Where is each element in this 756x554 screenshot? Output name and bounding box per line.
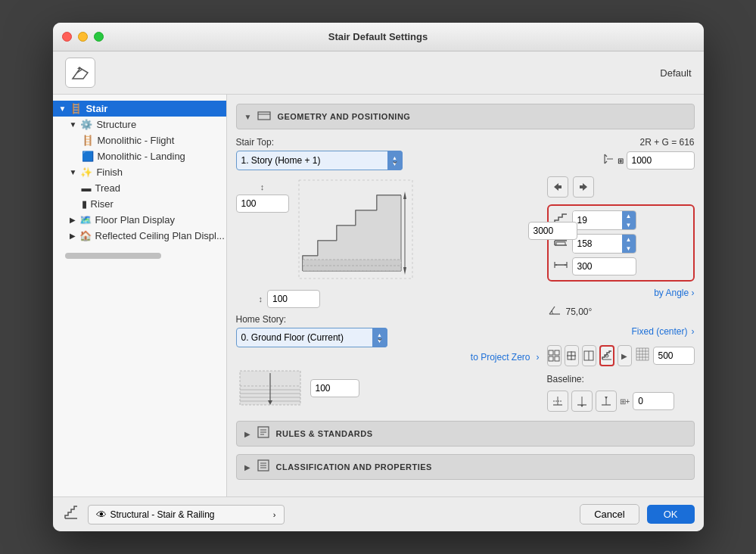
- bottom-height-input[interactable]: [267, 290, 320, 308]
- baseline-icon-1[interactable]: [547, 391, 568, 412]
- riser-icon: ▮: [82, 198, 87, 210]
- floor-plan-icons-row: [236, 367, 540, 409]
- steps-down-arrow[interactable]: ▼: [622, 220, 636, 229]
- home-story-select[interactable]: 0. Ground Floor (Current): [236, 328, 387, 347]
- fixed-center-link[interactable]: Fixed (center): [631, 326, 687, 337]
- arrow-icon: ▶: [70, 216, 76, 224]
- nav-right-icon-btn[interactable]: [573, 176, 594, 198]
- home-story-row: Home Story:: [236, 314, 540, 325]
- stair-section-icon-btn[interactable]: [599, 345, 614, 366]
- baseline-value-input[interactable]: [633, 392, 674, 410]
- floor-plan-value-input[interactable]: [310, 379, 359, 397]
- fixed-center-row: Fixed (center) ›: [547, 326, 695, 337]
- baseline-icon-3[interactable]: [596, 391, 617, 412]
- svg-marker-0: [77, 67, 82, 69]
- default-label: Default: [660, 67, 691, 79]
- stair-bottom-icon: [62, 503, 80, 525]
- to-project-zero-chevron: ›: [537, 352, 540, 363]
- svg-rect-9: [303, 260, 401, 271]
- grid-icon-mesh: [635, 347, 650, 365]
- arrow-right-icon: ▶: [621, 352, 627, 360]
- grid-value-input[interactable]: [653, 347, 695, 365]
- structure-icon: ⚙️: [80, 119, 92, 130]
- structural-chevron: ›: [273, 510, 276, 519]
- geometry-section-header[interactable]: ▼ GEOMETRY AND POSITIONING: [236, 104, 695, 129]
- sidebar-item-label: Stair: [86, 103, 107, 114]
- floor-plan-icon: 🗺️: [79, 214, 92, 226]
- sidebar-item-stair[interactable]: ▼ 🪜 Stair: [53, 101, 226, 117]
- sidebar-item-structure[interactable]: ▼ ⚙️ Structure: [53, 117, 226, 132]
- sidebar-scrollbar[interactable]: [65, 253, 162, 259]
- width-input[interactable]: [572, 257, 636, 275]
- to-project-zero-link[interactable]: to Project Zero: [471, 352, 530, 363]
- by-angle-link[interactable]: by Angle ›: [654, 288, 694, 298]
- ok-button[interactable]: OK: [647, 505, 695, 524]
- stair-preview-container: [295, 176, 540, 285]
- grid-icon-3[interactable]: [582, 345, 596, 366]
- body-split: ▼ 🪜 Stair ▼ ⚙️ Structure 🪜 Monolithic - …: [53, 95, 704, 496]
- home-story-select-wrapper[interactable]: 0. Ground Floor (Current) ▲ ▼: [236, 328, 387, 347]
- svg-marker-12: [403, 191, 406, 199]
- grid-icons-row: ▶: [547, 345, 695, 366]
- angle-row: 75,00°: [547, 304, 695, 319]
- maximize-button[interactable]: [94, 32, 104, 42]
- grid-icon-1[interactable]: [547, 345, 562, 366]
- left-height-input[interactable]: [236, 195, 289, 213]
- preview-area: ↕: [236, 176, 540, 285]
- rules-arrow-icon: ▶: [244, 430, 250, 438]
- project-zero-row: to Project Zero ›: [236, 352, 540, 363]
- sidebar-item-reflected-ceiling[interactable]: ▶ 🏠 Reflected Ceiling Plan Displ...: [53, 228, 226, 244]
- top-bar: Default: [53, 51, 704, 95]
- minimize-button[interactable]: [78, 32, 88, 42]
- stair-height-input[interactable]: [528, 222, 577, 240]
- steps-up-arrow[interactable]: ▲: [622, 211, 636, 220]
- rules-section-header[interactable]: ▶ RULES & STANDARDS: [236, 421, 695, 447]
- up-arrow-icon: ↕: [260, 182, 265, 191]
- svg-rect-38: [549, 356, 553, 361]
- stair-icon: 🪜: [70, 103, 82, 114]
- steps-stepper: ▲ ▼: [572, 210, 636, 230]
- tread-icon: ▬: [82, 182, 92, 194]
- sidebar-item-label: Finish: [96, 167, 123, 178]
- nav-left-icon-btn[interactable]: [547, 176, 568, 198]
- geo-right-col: ▲ ▼: [547, 176, 695, 413]
- svg-marker-13: [403, 267, 406, 275]
- sidebar-item-label: Monolithic - Flight: [98, 135, 175, 146]
- sidebar-item-label: Floor Plan Display: [95, 214, 176, 226]
- angle-icon: [547, 304, 562, 319]
- tread-stepper-arrows: ▲ ▼: [622, 235, 636, 253]
- baseline-row: Baseline:: [547, 374, 695, 384]
- sidebar-item-monolithic-landing[interactable]: 🟦 Monolithic - Landing: [53, 148, 226, 164]
- tread-depth-input[interactable]: [573, 235, 622, 253]
- close-button[interactable]: [62, 32, 72, 42]
- arrow-icon: ▼: [70, 168, 77, 176]
- top-height-input[interactable]: [627, 151, 695, 170]
- tread-down-arrow[interactable]: ▼: [622, 244, 636, 253]
- classification-section-header[interactable]: ▶ CLASSIFICATION AND PROPERTIES: [236, 454, 695, 480]
- arrow-right-icon-btn[interactable]: ▶: [618, 345, 632, 366]
- app-icon: [65, 58, 95, 88]
- geometry-section-title: GEOMETRY AND POSITIONING: [277, 112, 410, 121]
- sidebar-item-riser[interactable]: ▮ Riser: [53, 196, 226, 212]
- baseline-icon-2[interactable]: [571, 391, 593, 412]
- structural-btn[interactable]: 👁 Structural - Stair & Railing ›: [88, 505, 285, 524]
- sidebar-item-label: Riser: [91, 198, 114, 210]
- stair-top-select[interactable]: 1. Story (Home + 1): [236, 151, 403, 170]
- window-controls: [62, 32, 104, 42]
- sidebar-item-label: Reflected Ceiling Plan Displ...: [95, 230, 225, 241]
- steps-input[interactable]: [573, 211, 622, 229]
- svg-rect-1: [258, 112, 270, 120]
- sidebar-item-label: Monolithic - Landing: [98, 151, 185, 162]
- angle-value: 75,00°: [566, 307, 593, 317]
- stair-top-select-wrapper[interactable]: 1. Story (Home + 1) ▲ ▼: [236, 151, 403, 170]
- sidebar-item-floor-plan[interactable]: ▶ 🗺️ Floor Plan Display: [53, 212, 226, 228]
- arrow-icon: ▶: [70, 232, 76, 240]
- sidebar-item-tread[interactable]: ▬ Tread: [53, 180, 226, 196]
- tread-up-arrow[interactable]: ▲: [622, 235, 636, 244]
- cancel-button[interactable]: Cancel: [580, 504, 639, 524]
- sidebar-item-monolithic-flight[interactable]: 🪜 Monolithic - Flight: [53, 132, 226, 148]
- sidebar-item-finish[interactable]: ▼ ✨ Finish: [53, 164, 226, 180]
- width-icon: [553, 259, 568, 274]
- grid-icon-2[interactable]: [565, 345, 579, 366]
- steps-stepper-arrows: ▲ ▼: [622, 211, 636, 229]
